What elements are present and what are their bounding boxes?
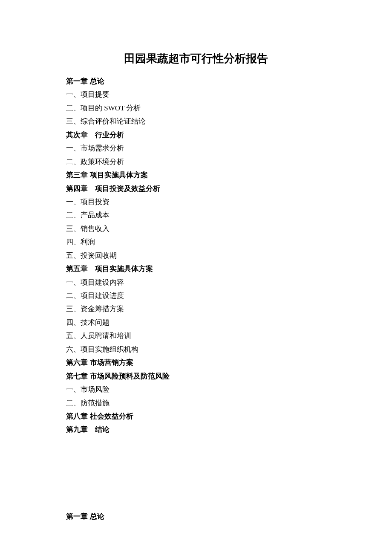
chapter-heading: 第七章 市场风险预料及防范风险 [66,370,326,383]
chapter-heading: 第六章 市场营销方案 [66,356,326,369]
toc-item: 二、政策环境分析 [66,155,326,168]
toc-item: 一、项目提要 [66,88,326,101]
chapter-heading: 第九章 结论 [66,423,326,436]
chapter-heading: 第四章 项目投资及效益分析 [66,182,326,195]
toc-item: 一、项目建设内容 [66,276,326,289]
toc-item: 五、人员聘请和培训 [66,329,326,342]
toc-item: 四、技术问题 [66,316,326,329]
toc-item: 二、防范措施 [66,396,326,410]
chapter-heading: 其次章 行业分析 [66,128,326,142]
toc-item: 一、市场需求分析 [66,142,326,155]
toc-item: 二、产品成本 [66,208,326,222]
table-of-contents: 第一章 总论一、项目提要二、项目的 SWOT 分析三、综合评价和论证结论其次章 … [66,75,326,436]
toc-item: 一、项目投资 [66,195,326,208]
chapter-heading: 第三章 项目实施具体方案 [66,168,326,182]
document-title: 田园果蔬超市可行性分析报告 [66,51,326,66]
chapter-heading: 第一章 总论 [66,75,326,88]
toc-item: 五、投资回收期 [66,249,326,262]
toc-item: 四、利润 [66,235,326,249]
toc-item: 三、资金筹措方案 [66,302,326,315]
footer-chapter-heading: 第一章 总论 [66,512,104,521]
chapter-heading: 第五章 项目实施具体方案 [66,262,326,275]
toc-item: 二、项目建设进度 [66,289,326,302]
toc-item: 一、市场风险 [66,383,326,396]
toc-item: 三、销售收入 [66,222,326,235]
toc-item: 二、项目的 SWOT 分析 [66,101,326,115]
toc-item: 六、项目实施组织机构 [66,343,326,356]
chapter-heading: 第八章 社会效益分析 [66,410,326,423]
toc-item: 三、综合评价和论证结论 [66,115,326,128]
